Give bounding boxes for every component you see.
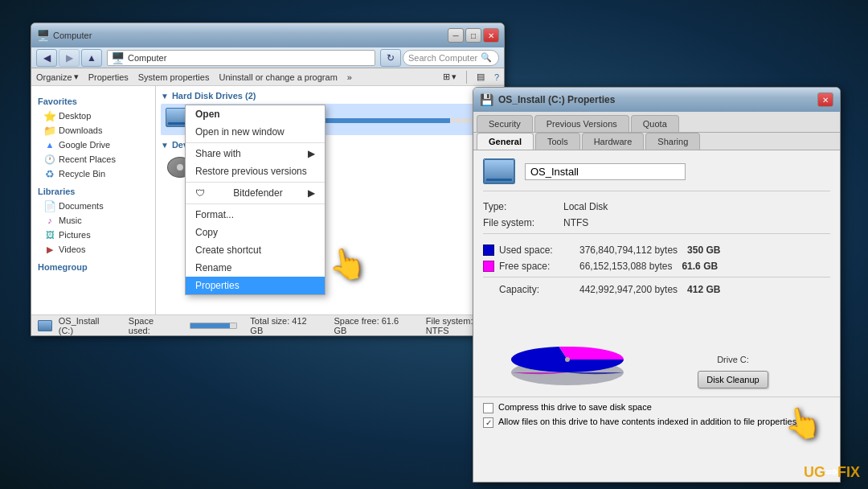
ctx-create-shortcut-label: Create shortcut [195,244,261,256]
sidebar-item-downloads[interactable]: 📁 Downloads [31,123,155,138]
ctx-format-label: Format... [195,209,234,220]
ctx-open[interactable]: Open [186,105,325,123]
properties-label: Properties [88,72,129,82]
ctx-open-new-window[interactable]: Open in new window [186,123,325,141]
maximize-button[interactable]: □ [465,28,481,43]
explorer-title-area: 🖥️ Computer [36,29,92,42]
tab-sharing[interactable]: Sharing [645,133,700,150]
sidebar-item-google-drive[interactable]: ▲ Google Drive [31,138,155,152]
free-space-size: 61.6 GB [682,261,718,272]
ctx-format[interactable]: Format... [186,206,325,224]
pictures-label: Pictures [59,230,91,240]
watermark: UG⇒FIX [804,463,860,481]
sidebar-item-videos[interactable]: ▶ Videos [31,242,155,257]
more-menu[interactable]: » [347,72,352,82]
explorer-statusbar: OS_Install (C:) Space used: Total size: … [31,314,504,335]
search-bar[interactable]: Search Computer 🔍 [403,50,499,66]
properties-close-button[interactable]: ✕ [817,92,833,107]
favorites-section: Favorites [31,94,155,109]
sidebar-item-music[interactable]: ♪ Music [31,213,155,228]
capacity-row: Capacity: 442,992,947,200 bytes 412 GB [483,284,830,295]
uninstall-menu[interactable]: Uninstall or change a program [219,72,337,82]
status-space-used: Space used: [129,316,177,335]
hard-disk-label: Hard Disk Drives (2) [172,91,256,101]
back-button[interactable]: ◀ [36,49,57,67]
videos-icon: ▶ [44,244,55,255]
tab-general-label: General [489,137,522,146]
tab-tools[interactable]: Tools [535,133,580,150]
type-row: Type: Local Disk [483,201,830,212]
ctx-restore-prev[interactable]: Restore previous versions [186,162,325,180]
expand-removable-icon: ▼ [161,141,169,150]
properties-menu[interactable]: Properties [88,72,129,82]
properties-drive-icon-title: 💾 [480,93,493,106]
favorites-label: Favorites [38,97,77,106]
disk-cleanup-button[interactable]: Disk Cleanup [698,371,768,388]
filesystem-row: File system: NTFS [483,217,830,228]
ctx-open-label: Open [195,109,220,120]
search-icon: 🔍 [481,52,492,63]
up-button[interactable]: ▲ [81,49,102,67]
recycle-icon: ♻ [44,168,55,179]
properties-titlebar: 💾 OS_Install (C:) Properties ✕ [473,88,840,112]
ctx-share-with[interactable]: Share with ▶ [186,145,325,162]
drive-header-icon [483,158,515,184]
sidebar-item-desktop[interactable]: ⭐ Desktop [31,109,155,123]
gdrive-icon: ▲ [44,139,55,150]
tab-previous-versions-label: Previous Versions [547,119,617,129]
downloads-icon: 📁 [44,125,55,136]
index-checkbox-row: Allow files on this drive to have conten… [483,417,830,428]
search-placeholder: Search Computer [408,53,477,63]
ctx-copy[interactable]: Copy [186,224,325,241]
properties-tabs-row2: General Tools Hardware Sharing [473,133,840,150]
tab-security[interactable]: Security [477,115,533,132]
properties-footer: Compress this drive to save disk space A… [473,397,840,436]
sidebar-item-recent[interactable]: 🕐 Recent Places [31,152,155,166]
ctx-create-shortcut[interactable]: Create shortcut [186,241,325,259]
ctx-properties[interactable]: Properties [186,277,325,294]
sidebar-item-documents[interactable]: 📄 Documents [31,199,155,213]
explorer-titlebar: 🖥️ Computer ─ □ ✕ [31,23,504,47]
properties-tabs: Security Previous Versions Quota [473,112,840,133]
drive-name-input[interactable] [525,163,686,180]
ctx-rename[interactable]: Rename [186,259,325,277]
ctx-bitdefender-label: Bitdefender [233,187,282,199]
context-menu: Open Open in new window Share with ▶ Res… [185,105,326,295]
watermark-fix: FIX [837,464,860,480]
close-button[interactable]: ✕ [483,28,499,43]
index-checkbox[interactable] [483,417,493,428]
sidebar-item-pictures[interactable]: 🖼 Pictures [31,228,155,242]
organize-menu[interactable]: Organize ▾ [36,72,79,82]
ctx-open-new-window-label: Open in new window [195,126,285,138]
help-icon[interactable]: ? [494,72,499,82]
ctx-bitdefender[interactable]: 🛡 Bitdefender ▶ [186,184,325,202]
free-space-label: Free space: [499,261,579,272]
system-properties-menu[interactable]: System properties [138,72,210,82]
tab-general[interactable]: General [477,133,534,150]
compress-checkbox[interactable] [483,403,493,413]
sidebar-item-recycle[interactable]: ♻ Recycle Bin [31,166,155,181]
tab-hardware[interactable]: Hardware [582,133,645,150]
forward-button[interactable]: ▶ [59,49,80,67]
music-icon: ♪ [44,215,55,226]
address-bar[interactable]: 🖥️ Computer [107,50,375,66]
refresh-button[interactable]: ↻ [380,49,401,67]
homegroup-label: Homegroup [38,262,88,272]
minimize-button[interactable]: ─ [448,28,464,43]
details-toggle[interactable]: ▤ [477,72,485,82]
tab-quota-label: Quota [643,119,667,129]
ctx-rename-label: Rename [195,262,231,273]
type-label: Type: [483,201,563,212]
properties-title-area: 💾 OS_Install (C:) Properties [480,93,615,106]
libraries-section: Libraries [31,184,155,199]
compress-label: Compress this drive to save disk space [498,402,652,412]
desktop-icon: ⭐ [44,110,55,121]
ctx-properties-label: Properties [195,280,240,291]
status-progress-bar [190,323,237,329]
tab-quota[interactable]: Quota [631,115,679,132]
view-menu[interactable]: ⊞ ▾ [443,72,457,82]
tab-previous-versions[interactable]: Previous Versions [534,115,629,132]
ctx-bitdefender-arrow: ▶ [308,187,315,199]
ctx-sep-2 [186,182,325,183]
free-space-row: Free space: 66,152,153,088 bytes 61.6 GB [483,261,830,272]
